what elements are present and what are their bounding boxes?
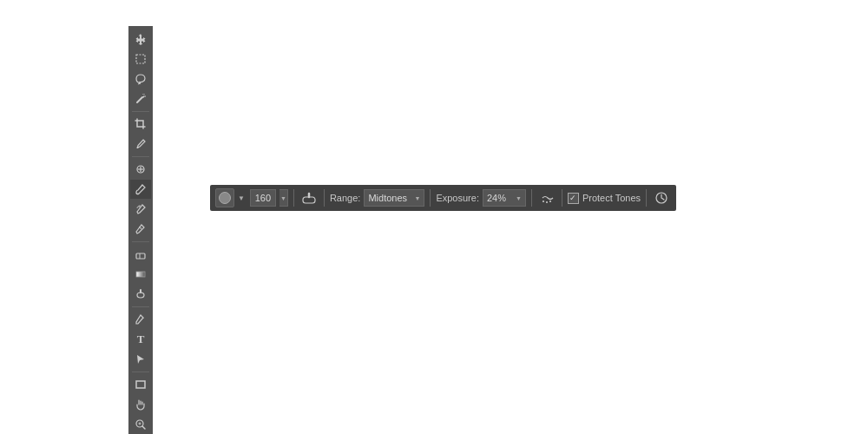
tool-dodge[interactable] [130, 285, 151, 304]
svg-rect-12 [136, 272, 145, 277]
range-value: Midtones [368, 193, 411, 203]
tool-type[interactable]: T [130, 330, 151, 349]
tool-pen[interactable] [130, 310, 151, 329]
svg-rect-15 [136, 381, 145, 388]
tool-clone[interactable] [130, 200, 151, 219]
divider-4 [531, 189, 532, 207]
tool-move[interactable] [130, 30, 151, 49]
separator-1 [132, 111, 149, 112]
protect-tones-checkbox[interactable]: ✓ [568, 193, 579, 204]
svg-point-27 [546, 201, 548, 203]
tool-path-select[interactable] [130, 350, 151, 369]
tool-magic-wand[interactable] [130, 89, 151, 108]
divider-5 [562, 189, 562, 207]
separator-2 [132, 156, 149, 157]
brush-size-arrow[interactable]: ▼ [279, 189, 288, 207]
brush-preview-circle [219, 192, 231, 204]
divider-3 [430, 189, 431, 207]
tool-eyedropper[interactable] [130, 135, 151, 154]
tool-eraser[interactable] [130, 245, 151, 264]
cycle-tool-button[interactable] [652, 188, 671, 207]
tool-brush[interactable] [130, 180, 151, 199]
tool-rectangle[interactable] [130, 375, 151, 394]
svg-point-26 [542, 201, 544, 202]
tool-crop[interactable] [130, 115, 151, 134]
divider-2 [324, 189, 325, 207]
separator-3 [132, 241, 149, 242]
range-select[interactable]: Midtones ▼ [364, 189, 424, 207]
range-dropdown-arrow: ▼ [414, 195, 420, 201]
divider-1 [293, 189, 294, 207]
tool-lasso[interactable] [130, 69, 151, 89]
left-toolbar: T [128, 26, 153, 434]
dodge-tool-icon-btn[interactable] [299, 188, 319, 207]
brush-dropdown-arrow[interactable]: ▼ [238, 194, 245, 202]
exposure-value: 24% [487, 193, 512, 203]
separator-4 [132, 306, 149, 307]
separator-5 [132, 372, 149, 372]
tool-healing[interactable] [130, 160, 151, 179]
tool-hand[interactable] [130, 395, 151, 414]
svg-line-5 [145, 94, 146, 95]
tool-gradient[interactable] [130, 265, 151, 284]
svg-point-6 [137, 147, 139, 148]
options-bar: ▼ 160 ▼ Range: Midtones ▼ Exposure: 24% … [210, 185, 676, 211]
svg-point-28 [549, 201, 551, 202]
airbrush-button[interactable] [537, 188, 556, 207]
tool-zoom[interactable] [130, 415, 151, 434]
protect-tones-checkbox-group[interactable]: ✓ Protect Tones [568, 193, 641, 204]
brush-size-input[interactable]: 160 [250, 189, 276, 207]
tool-marquee[interactable] [130, 49, 151, 69]
divider-6 [646, 189, 647, 207]
svg-rect-0 [136, 55, 145, 63]
tool-history-brush[interactable] [130, 220, 151, 239]
protect-tones-label: Protect Tones [582, 193, 641, 203]
brush-preset-picker[interactable] [215, 188, 234, 207]
range-label: Range: [330, 193, 360, 203]
exposure-dropdown-arrow: ▼ [516, 195, 522, 201]
svg-line-17 [142, 426, 145, 429]
svg-rect-10 [136, 253, 145, 259]
exposure-label: Exposure: [436, 193, 479, 203]
exposure-select[interactable]: 24% ▼ [483, 189, 526, 207]
svg-line-1 [137, 97, 142, 102]
